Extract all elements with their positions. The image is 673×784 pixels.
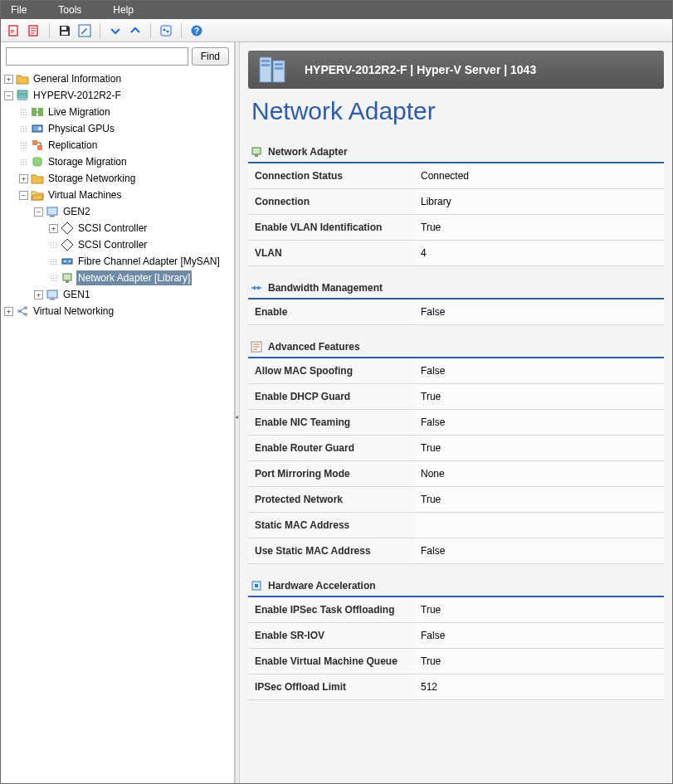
collapse-toggle-icon[interactable]: − <box>19 191 28 200</box>
gpu-icon <box>31 122 44 135</box>
svg-rect-20 <box>50 216 55 217</box>
svg-rect-10 <box>17 95 27 98</box>
find-row: Find <box>1 42 234 69</box>
header-bar: HYPERV-2012R2-F | Hyper-V Server | 1043 <box>248 51 664 89</box>
server-icon <box>16 89 29 102</box>
menu-tools[interactable]: Tools <box>55 2 85 17</box>
vm-icon <box>46 205 59 218</box>
table-row: Enable DHCP GuardTrue <box>248 384 664 410</box>
svg-rect-35 <box>275 63 283 66</box>
svg-rect-11 <box>17 99 27 100</box>
svg-rect-19 <box>47 207 57 215</box>
virtual-network-icon <box>16 304 29 318</box>
toolbar-separator <box>100 23 100 38</box>
tree-item-physical-gpus[interactable]: Physical GPUs <box>17 120 232 137</box>
table-row: Enable VLAN IdentificationTrue <box>248 215 664 241</box>
tree-item-network-adapter[interactable]: Network Adapter [Library] <box>47 270 232 286</box>
svg-rect-41 <box>255 584 258 587</box>
tree-item-scsi-2[interactable]: SCSI Controller <box>47 236 232 253</box>
section-title: Network Adapter <box>268 146 348 158</box>
vm-icon <box>46 288 59 301</box>
help-icon[interactable]: ? <box>188 22 205 39</box>
collapse-icon[interactable] <box>127 22 144 39</box>
table-row: EnableFalse <box>248 299 664 325</box>
svg-rect-37 <box>252 148 261 154</box>
export-pdf-icon[interactable]: P <box>6 22 22 39</box>
section-title: Advanced Features <box>268 341 360 353</box>
menu-file[interactable]: File <box>7 2 30 17</box>
svg-text:?: ? <box>194 27 199 36</box>
tree-item-fc-adapter[interactable]: Fibre Channel Adapter [MySAN] <box>47 253 232 270</box>
fibre-channel-icon <box>61 255 74 268</box>
tree-panel: Find + General Information − <box>1 42 235 783</box>
svg-point-22 <box>64 261 66 262</box>
folder-open-icon <box>31 188 44 202</box>
expand-toggle-icon[interactable]: + <box>49 224 58 233</box>
tree-item-live-migration[interactable]: Live Migration <box>17 104 232 120</box>
section-hardware: Hardware Acceleration Enable IPSec Task … <box>248 576 664 700</box>
svg-rect-25 <box>66 280 69 283</box>
svg-rect-9 <box>17 90 27 94</box>
tree-leaf-icon <box>49 274 58 283</box>
collapse-toggle-icon[interactable]: − <box>34 207 43 217</box>
tree-item-general-info[interactable]: + General Information <box>2 71 232 87</box>
tree-leaf-icon <box>19 124 28 134</box>
table-row: Allow MAC SpoofingFalse <box>248 358 664 384</box>
section-title: Bandwidth Management <box>268 282 383 294</box>
collapse-toggle-icon[interactable]: − <box>4 91 13 100</box>
expand-toggle-icon[interactable]: + <box>19 174 28 183</box>
bandwidth-icon <box>250 281 263 295</box>
svg-rect-4 <box>61 32 68 35</box>
menu-help[interactable]: Help <box>110 2 137 17</box>
tree-item-scsi-1[interactable]: +SCSI Controller <box>47 220 232 236</box>
tree-item-virtual-machines[interactable]: −Virtual Machines <box>17 187 232 203</box>
refresh-icon[interactable] <box>158 22 174 39</box>
tree-leaf-icon <box>49 257 58 266</box>
table-row: VLAN4 <box>248 241 664 266</box>
tree-item-storage-networking[interactable]: +Storage Networking <box>17 170 232 187</box>
find-input[interactable] <box>6 47 188 66</box>
props-table: Connection StatusConnected ConnectionLib… <box>248 163 664 266</box>
toolbar-separator <box>49 23 50 38</box>
find-button[interactable]: Find <box>192 47 229 66</box>
network-adapter-icon <box>250 145 263 158</box>
props-table: Enable IPSec Task OffloadingTrue Enable … <box>248 597 664 700</box>
export-doc-icon[interactable] <box>26 22 42 39</box>
scsi-icon <box>61 222 74 235</box>
section-bandwidth: Bandwidth Management EnableFalse <box>248 278 664 325</box>
expand-toggle-icon[interactable]: + <box>4 75 13 84</box>
props-table: Allow MAC SpoofingFalse Enable DHCP Guar… <box>248 358 664 564</box>
expand-toggle-icon[interactable]: + <box>4 307 13 316</box>
table-row: Use Static MAC AddressFalse <box>248 538 664 564</box>
scsi-icon <box>61 238 74 251</box>
svg-rect-38 <box>255 154 258 157</box>
svg-rect-3 <box>61 27 66 30</box>
splitter-handle[interactable] <box>235 42 240 783</box>
tree-item-gen2[interactable]: −GEN2 <box>32 203 232 220</box>
section-title: Hardware Acceleration <box>268 580 376 592</box>
svg-rect-33 <box>261 60 270 62</box>
tree-leaf-icon <box>49 241 58 250</box>
tree-item-storage-migration[interactable]: Storage Migration <box>17 153 232 170</box>
table-row: Enable NIC TeamingFalse <box>248 410 664 436</box>
tree-item-virtual-networking[interactable]: +Virtual Networking <box>2 303 232 319</box>
table-row: IPSec Offload Limit512 <box>248 674 664 700</box>
edit-icon[interactable] <box>76 22 93 39</box>
svg-rect-24 <box>63 274 71 280</box>
tree-item-gen1[interactable]: +GEN1 <box>32 286 232 303</box>
svg-rect-34 <box>261 64 270 66</box>
table-row: Connection StatusConnected <box>248 163 664 189</box>
tree[interactable]: + General Information − HYPERV-2012R2-F <box>1 69 234 783</box>
expand-toggle-icon[interactable]: + <box>34 290 43 299</box>
save-icon[interactable] <box>56 22 73 39</box>
menubar: File Tools Help <box>1 1 672 19</box>
table-row: Enable SR-IOVFalse <box>248 623 664 649</box>
table-row: Enable IPSec Task OffloadingTrue <box>248 597 664 623</box>
tree-item-host[interactable]: − HYPERV-2012R2-F <box>2 87 232 104</box>
svg-rect-17 <box>37 145 42 150</box>
props-table: EnableFalse <box>248 299 664 325</box>
expand-icon[interactable] <box>107 22 124 39</box>
svg-rect-26 <box>47 290 57 298</box>
migration-icon <box>31 105 44 119</box>
tree-item-replication[interactable]: Replication <box>17 137 232 153</box>
